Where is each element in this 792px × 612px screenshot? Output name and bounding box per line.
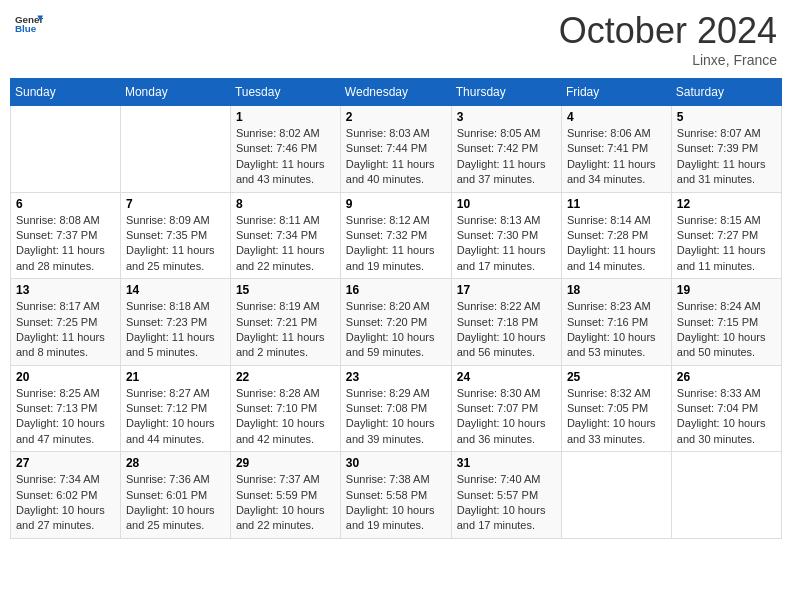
day-number: 31 — [457, 456, 556, 470]
calendar-cell: 9Sunrise: 8:12 AM Sunset: 7:32 PM Daylig… — [340, 192, 451, 279]
day-number: 27 — [16, 456, 115, 470]
title-block: October 2024 Linxe, France — [559, 10, 777, 68]
calendar-cell: 11Sunrise: 8:14 AM Sunset: 7:28 PM Dayli… — [561, 192, 671, 279]
day-number: 11 — [567, 197, 666, 211]
calendar-cell: 18Sunrise: 8:23 AM Sunset: 7:16 PM Dayli… — [561, 279, 671, 366]
calendar-cell: 23Sunrise: 8:29 AM Sunset: 7:08 PM Dayli… — [340, 365, 451, 452]
day-info: Sunrise: 8:14 AM Sunset: 7:28 PM Dayligh… — [567, 213, 666, 275]
calendar-cell: 27Sunrise: 7:34 AM Sunset: 6:02 PM Dayli… — [11, 452, 121, 539]
location: Linxe, France — [559, 52, 777, 68]
calendar-week-row: 20Sunrise: 8:25 AM Sunset: 7:13 PM Dayli… — [11, 365, 782, 452]
day-info: Sunrise: 8:05 AM Sunset: 7:42 PM Dayligh… — [457, 126, 556, 188]
calendar-cell: 25Sunrise: 8:32 AM Sunset: 7:05 PM Dayli… — [561, 365, 671, 452]
weekday-header: Saturday — [671, 79, 781, 106]
day-number: 22 — [236, 370, 335, 384]
logo: General Blue — [15, 10, 43, 38]
day-info: Sunrise: 7:34 AM Sunset: 6:02 PM Dayligh… — [16, 472, 115, 534]
calendar-cell: 28Sunrise: 7:36 AM Sunset: 6:01 PM Dayli… — [120, 452, 230, 539]
calendar-week-row: 1Sunrise: 8:02 AM Sunset: 7:46 PM Daylig… — [11, 106, 782, 193]
calendar-week-row: 13Sunrise: 8:17 AM Sunset: 7:25 PM Dayli… — [11, 279, 782, 366]
calendar-table: SundayMondayTuesdayWednesdayThursdayFrid… — [10, 78, 782, 539]
day-info: Sunrise: 8:20 AM Sunset: 7:20 PM Dayligh… — [346, 299, 446, 361]
weekday-header: Wednesday — [340, 79, 451, 106]
day-number: 4 — [567, 110, 666, 124]
calendar-cell: 10Sunrise: 8:13 AM Sunset: 7:30 PM Dayli… — [451, 192, 561, 279]
day-info: Sunrise: 7:36 AM Sunset: 6:01 PM Dayligh… — [126, 472, 225, 534]
day-number: 3 — [457, 110, 556, 124]
calendar-cell: 2Sunrise: 8:03 AM Sunset: 7:44 PM Daylig… — [340, 106, 451, 193]
day-info: Sunrise: 7:37 AM Sunset: 5:59 PM Dayligh… — [236, 472, 335, 534]
weekday-header: Friday — [561, 79, 671, 106]
calendar-cell: 5Sunrise: 8:07 AM Sunset: 7:39 PM Daylig… — [671, 106, 781, 193]
weekday-header: Tuesday — [230, 79, 340, 106]
svg-text:Blue: Blue — [15, 23, 37, 34]
day-info: Sunrise: 8:33 AM Sunset: 7:04 PM Dayligh… — [677, 386, 776, 448]
calendar-cell: 17Sunrise: 8:22 AM Sunset: 7:18 PM Dayli… — [451, 279, 561, 366]
day-info: Sunrise: 8:19 AM Sunset: 7:21 PM Dayligh… — [236, 299, 335, 361]
day-number: 17 — [457, 283, 556, 297]
day-number: 25 — [567, 370, 666, 384]
calendar-cell: 14Sunrise: 8:18 AM Sunset: 7:23 PM Dayli… — [120, 279, 230, 366]
page-header: General Blue October 2024 Linxe, France — [10, 10, 782, 68]
calendar-cell: 13Sunrise: 8:17 AM Sunset: 7:25 PM Dayli… — [11, 279, 121, 366]
calendar-cell — [671, 452, 781, 539]
day-number: 9 — [346, 197, 446, 211]
day-number: 30 — [346, 456, 446, 470]
calendar-cell: 29Sunrise: 7:37 AM Sunset: 5:59 PM Dayli… — [230, 452, 340, 539]
day-info: Sunrise: 8:09 AM Sunset: 7:35 PM Dayligh… — [126, 213, 225, 275]
day-info: Sunrise: 8:03 AM Sunset: 7:44 PM Dayligh… — [346, 126, 446, 188]
calendar-cell — [561, 452, 671, 539]
calendar-cell: 8Sunrise: 8:11 AM Sunset: 7:34 PM Daylig… — [230, 192, 340, 279]
day-number: 13 — [16, 283, 115, 297]
day-info: Sunrise: 8:27 AM Sunset: 7:12 PM Dayligh… — [126, 386, 225, 448]
calendar-cell: 19Sunrise: 8:24 AM Sunset: 7:15 PM Dayli… — [671, 279, 781, 366]
day-number: 28 — [126, 456, 225, 470]
day-number: 1 — [236, 110, 335, 124]
day-number: 5 — [677, 110, 776, 124]
day-number: 20 — [16, 370, 115, 384]
calendar-cell: 21Sunrise: 8:27 AM Sunset: 7:12 PM Dayli… — [120, 365, 230, 452]
weekday-header-row: SundayMondayTuesdayWednesdayThursdayFrid… — [11, 79, 782, 106]
day-number: 19 — [677, 283, 776, 297]
calendar-cell: 22Sunrise: 8:28 AM Sunset: 7:10 PM Dayli… — [230, 365, 340, 452]
day-info: Sunrise: 8:02 AM Sunset: 7:46 PM Dayligh… — [236, 126, 335, 188]
day-info: Sunrise: 8:15 AM Sunset: 7:27 PM Dayligh… — [677, 213, 776, 275]
day-info: Sunrise: 8:25 AM Sunset: 7:13 PM Dayligh… — [16, 386, 115, 448]
day-number: 10 — [457, 197, 556, 211]
day-number: 26 — [677, 370, 776, 384]
calendar-week-row: 6Sunrise: 8:08 AM Sunset: 7:37 PM Daylig… — [11, 192, 782, 279]
day-info: Sunrise: 8:17 AM Sunset: 7:25 PM Dayligh… — [16, 299, 115, 361]
calendar-cell: 26Sunrise: 8:33 AM Sunset: 7:04 PM Dayli… — [671, 365, 781, 452]
day-info: Sunrise: 8:30 AM Sunset: 7:07 PM Dayligh… — [457, 386, 556, 448]
weekday-header: Thursday — [451, 79, 561, 106]
day-number: 2 — [346, 110, 446, 124]
day-info: Sunrise: 8:08 AM Sunset: 7:37 PM Dayligh… — [16, 213, 115, 275]
logo-icon: General Blue — [15, 10, 43, 38]
day-number: 14 — [126, 283, 225, 297]
calendar-cell: 15Sunrise: 8:19 AM Sunset: 7:21 PM Dayli… — [230, 279, 340, 366]
day-number: 7 — [126, 197, 225, 211]
calendar-week-row: 27Sunrise: 7:34 AM Sunset: 6:02 PM Dayli… — [11, 452, 782, 539]
calendar-cell — [11, 106, 121, 193]
day-info: Sunrise: 8:23 AM Sunset: 7:16 PM Dayligh… — [567, 299, 666, 361]
calendar-cell: 24Sunrise: 8:30 AM Sunset: 7:07 PM Dayli… — [451, 365, 561, 452]
day-number: 12 — [677, 197, 776, 211]
day-info: Sunrise: 8:29 AM Sunset: 7:08 PM Dayligh… — [346, 386, 446, 448]
day-info: Sunrise: 8:32 AM Sunset: 7:05 PM Dayligh… — [567, 386, 666, 448]
day-info: Sunrise: 8:24 AM Sunset: 7:15 PM Dayligh… — [677, 299, 776, 361]
day-info: Sunrise: 8:18 AM Sunset: 7:23 PM Dayligh… — [126, 299, 225, 361]
calendar-cell: 16Sunrise: 8:20 AM Sunset: 7:20 PM Dayli… — [340, 279, 451, 366]
day-info: Sunrise: 8:07 AM Sunset: 7:39 PM Dayligh… — [677, 126, 776, 188]
day-info: Sunrise: 8:06 AM Sunset: 7:41 PM Dayligh… — [567, 126, 666, 188]
calendar-cell: 7Sunrise: 8:09 AM Sunset: 7:35 PM Daylig… — [120, 192, 230, 279]
calendar-cell: 30Sunrise: 7:38 AM Sunset: 5:58 PM Dayli… — [340, 452, 451, 539]
calendar-cell: 1Sunrise: 8:02 AM Sunset: 7:46 PM Daylig… — [230, 106, 340, 193]
weekday-header: Sunday — [11, 79, 121, 106]
calendar-cell: 4Sunrise: 8:06 AM Sunset: 7:41 PM Daylig… — [561, 106, 671, 193]
day-number: 23 — [346, 370, 446, 384]
day-info: Sunrise: 8:13 AM Sunset: 7:30 PM Dayligh… — [457, 213, 556, 275]
day-number: 21 — [126, 370, 225, 384]
calendar-cell: 12Sunrise: 8:15 AM Sunset: 7:27 PM Dayli… — [671, 192, 781, 279]
day-number: 18 — [567, 283, 666, 297]
day-info: Sunrise: 8:11 AM Sunset: 7:34 PM Dayligh… — [236, 213, 335, 275]
